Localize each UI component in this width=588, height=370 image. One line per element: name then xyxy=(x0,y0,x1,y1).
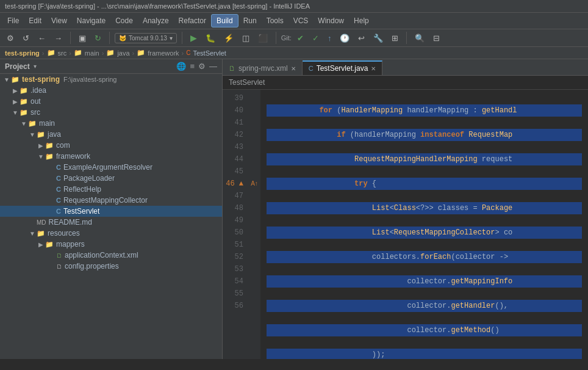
tree-item-configprops[interactable]: ▶ 🗋 config.properties xyxy=(0,261,222,272)
search-btn[interactable]: 🔍 xyxy=(412,32,428,45)
toolbar-settings-btn[interactable]: ⚙ xyxy=(4,32,17,45)
toolbar-refresh-btn[interactable]: ↺ xyxy=(20,32,32,45)
code-area: 39 40 41 42 43 44 45 46 ▲ 47 48 49 50 51… xyxy=(223,90,588,359)
folder-icon-java-tree: 📁 xyxy=(37,131,45,139)
tree-item-mappers[interactable]: ▶ 📁 mappers xyxy=(0,239,222,250)
tab-label-spring-mvc: spring-mvc.xml xyxy=(238,64,288,73)
path-test-spring: F:\java\test-spring xyxy=(63,76,117,83)
tree-item-main[interactable]: ▼ 📁 main xyxy=(0,118,222,129)
folder-icon-main: 📁 xyxy=(74,49,82,57)
coverage-btn[interactable]: ⚡ xyxy=(221,32,237,45)
toolbar-forward-btn[interactable]: → xyxy=(51,32,65,45)
folder-icon-java: 📁 xyxy=(106,49,115,57)
profile-btn[interactable]: ◫ xyxy=(239,32,253,45)
tree-item-packageloader[interactable]: ▶ C PackageLoader xyxy=(0,173,222,184)
arrow-src: ▼ xyxy=(11,109,20,116)
git-branches-btn[interactable]: ⊞ xyxy=(389,32,401,45)
breadcrumb-root[interactable]: test-spring xyxy=(5,49,40,57)
toolbar-window-btn[interactable]: ▣ xyxy=(76,32,89,45)
sidebar-title: Project xyxy=(5,62,30,71)
tomcat-dropdown[interactable]: 🐱 Tomcat 9.0.13 ▾ xyxy=(115,33,177,43)
label-mappers: mappers xyxy=(56,240,85,248)
tree-item-appcontext[interactable]: ▶ 🗋 applicationContext.xml xyxy=(0,250,222,261)
tree-item-com[interactable]: ▶ 📁 com xyxy=(0,140,222,151)
menu-run[interactable]: Run xyxy=(238,15,262,27)
breadcrumb-java[interactable]: java xyxy=(117,49,129,57)
toolbar-sync-btn[interactable]: ↻ xyxy=(91,32,104,45)
sidebar-settings-icon[interactable]: ⚙ xyxy=(198,62,206,71)
tab-bar: 🗋 spring-mvc.xml ✕ C TestServlet.java ✕ xyxy=(223,59,588,76)
debug-btn[interactable]: 🐛 xyxy=(203,32,218,45)
menu-analyze[interactable]: Analyze xyxy=(138,15,174,27)
run-btn[interactable]: ▶ xyxy=(187,31,200,45)
label-rmc: RequestMappingCollector xyxy=(63,196,148,205)
tree-item-test-spring[interactable]: ▼ 📁 test-spring F:\java\test-spring xyxy=(0,74,222,85)
tree-item-exampleargumentresolver[interactable]: ▶ C ExampleArgumentResolver xyxy=(0,162,222,173)
menu-file[interactable]: File xyxy=(2,15,24,27)
folder-icon-framework-tree: 📁 xyxy=(45,153,54,161)
label-out: out xyxy=(30,97,41,106)
label-src: src xyxy=(30,108,40,117)
toolbar-back-btn[interactable]: ← xyxy=(35,32,49,45)
menu-build[interactable]: Build xyxy=(211,14,238,27)
arrow-resources: ▼ xyxy=(28,230,37,237)
git-check-btn[interactable]: ✔ xyxy=(294,32,307,45)
menu-vcs[interactable]: VCS xyxy=(289,15,314,27)
folder-icon-src: 📁 xyxy=(47,49,56,57)
java-icon-tab: C xyxy=(309,65,314,72)
git-update-btn[interactable]: ↑ xyxy=(324,32,335,45)
tree-item-idea[interactable]: ▶ 📁 .idea xyxy=(0,85,222,96)
editor-header: TestServlet xyxy=(223,76,588,90)
sidebar-header: Project ▾ 🌐 ≡ ⚙ — xyxy=(0,59,222,74)
tomcat-label: Tomcat 9.0.13 xyxy=(129,35,167,42)
tree-item-java[interactable]: ▼ 📁 java xyxy=(0,129,222,140)
label-framework: framework xyxy=(56,152,90,161)
close-testservlet-tab[interactable]: ✕ xyxy=(371,65,376,72)
sidebar-collapse-icon[interactable]: ≡ xyxy=(190,62,195,71)
sidebar-globe-icon[interactable]: 🌐 xyxy=(176,62,186,71)
menu-edit[interactable]: Edit xyxy=(24,15,46,27)
menu-help[interactable]: Help xyxy=(349,15,374,27)
label-idea: .idea xyxy=(30,86,46,95)
label-rh: ReflectHelp xyxy=(63,185,101,194)
label-cfgprop: config.properties xyxy=(65,262,119,270)
tab-testservlet[interactable]: C TestServlet.java ✕ xyxy=(303,60,383,75)
menu-tools[interactable]: Tools xyxy=(262,15,289,27)
stop-btn[interactable]: ⬛ xyxy=(255,32,271,45)
breadcrumb-src[interactable]: src xyxy=(58,49,67,57)
tab-spring-mvc[interactable]: 🗋 spring-mvc.xml ✕ xyxy=(223,62,303,75)
close-spring-mvc-tab[interactable]: ✕ xyxy=(291,65,296,72)
tree-item-readme[interactable]: ▶ MD README.md xyxy=(0,217,222,228)
folder-icon-framework: 📁 xyxy=(137,49,145,57)
label-ts: TestServlet xyxy=(63,207,99,216)
tree-item-out[interactable]: ▶ 📁 out xyxy=(0,96,222,107)
tree-item-resources[interactable]: ▼ 📁 resources xyxy=(0,228,222,239)
menu-code[interactable]: Code xyxy=(110,15,138,27)
javaclass-icon-pl: C xyxy=(56,175,61,182)
tab-label-testservlet: TestServlet.java xyxy=(317,64,368,73)
menu-navigate[interactable]: Navigate xyxy=(72,15,110,27)
label-com: com xyxy=(56,141,70,150)
breadcrumb-testservlet[interactable]: TestServlet xyxy=(193,49,226,57)
tree-item-testservlet[interactable]: ▶ C TestServlet xyxy=(0,206,222,217)
sidebar-close-icon[interactable]: — xyxy=(209,62,217,71)
menu-view[interactable]: View xyxy=(46,15,72,27)
git-revert-btn[interactable]: ↩ xyxy=(355,32,368,45)
tree-item-src[interactable]: ▼ 📁 src xyxy=(0,107,222,118)
tree-item-reflecthelp[interactable]: ▶ C ReflectHelp xyxy=(0,184,222,195)
breadcrumb-main[interactable]: main xyxy=(85,49,99,57)
menu-window[interactable]: Window xyxy=(313,15,349,27)
menu-refactor[interactable]: Refactor xyxy=(174,15,211,27)
tree-item-framework[interactable]: ▼ 📁 framework xyxy=(0,151,222,162)
git-history-btn[interactable]: 🕐 xyxy=(337,32,353,45)
label-java: java xyxy=(48,130,61,139)
title-bar: test-spring [F:\java\test-spring] - ...\… xyxy=(0,0,588,13)
code-content[interactable]: for (HandlerMapping handlerMapping : get… xyxy=(260,90,588,359)
tree-item-requestmappingcollector[interactable]: ▶ C RequestMappingCollector xyxy=(0,195,222,206)
folder-icon-idea: 📁 xyxy=(20,87,28,95)
remote-btn[interactable]: ⊟ xyxy=(430,32,443,45)
git-settings-btn[interactable]: 🔧 xyxy=(370,32,386,45)
breadcrumb-framework[interactable]: framework xyxy=(148,49,179,57)
folder-icon-main-tree: 📁 xyxy=(28,120,37,128)
git-check2-btn[interactable]: ✓ xyxy=(309,32,322,45)
